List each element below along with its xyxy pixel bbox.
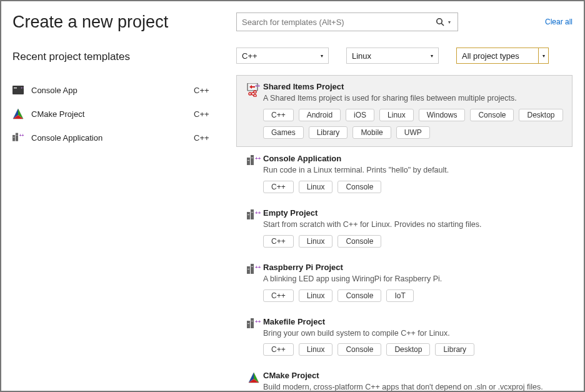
- chevron-down-icon: ▾: [431, 53, 433, 59]
- svg-rect-39: [251, 321, 253, 321]
- template-tag: Desktop: [519, 109, 562, 121]
- svg-text:++: ++: [255, 319, 261, 324]
- svg-text:++: ++: [255, 84, 260, 88]
- linuxcpp-icon: ++: [244, 317, 263, 356]
- template-description: Start from scratch with C++ for Linux. P…: [263, 219, 564, 230]
- filter-language-value: C++: [242, 51, 321, 61]
- linuxcpp-icon: ++: [244, 208, 263, 248]
- recent-template-item[interactable]: ++Console AppC++: [12, 78, 225, 102]
- template-tag: Games: [263, 126, 304, 139]
- cmake-icon: [244, 371, 263, 391]
- filter-project-type-dropdown[interactable]: All project types ▾: [456, 48, 549, 64]
- template-description: A Shared Items project is used for shari…: [263, 93, 564, 104]
- svg-rect-24: [251, 158, 253, 158]
- svg-rect-37: [251, 318, 254, 328]
- template-tags: C++LinuxConsoleIoT: [263, 289, 564, 302]
- template-tag: C++: [263, 343, 294, 356]
- template-tag: Linux: [299, 289, 333, 302]
- template-tag: Console: [470, 109, 514, 121]
- template-tag: IoT: [386, 289, 413, 302]
- recent-templates-title: Recent project templates: [12, 51, 225, 63]
- template-title: Empty Project: [263, 208, 564, 218]
- svg-rect-21: [247, 158, 250, 165]
- template-item[interactable]: ++Console ApplicationRun code in a Linux…: [236, 147, 572, 201]
- template-item[interactable]: ++Shared Items ProjectA Shared Items pro…: [236, 75, 572, 147]
- template-tags: C++LinuxConsoleDesktopLibrary: [263, 343, 564, 356]
- recent-template-name: Console Application: [31, 133, 194, 143]
- template-description: Run code in a Linux terminal. Prints "he…: [263, 165, 564, 176]
- recent-template-lang: C++: [194, 133, 225, 143]
- template-tag: Android: [299, 109, 341, 121]
- page-title: Create a new project: [12, 13, 225, 32]
- svg-text:++: ++: [255, 264, 261, 270]
- template-tag: Console: [338, 343, 381, 356]
- template-title: Console Application: [263, 154, 564, 163]
- template-title: Shared Items Project: [263, 82, 564, 91]
- template-description: Build modern, cross-platform C++ apps th…: [263, 382, 564, 391]
- template-description: Bring your own build system to compile C…: [263, 328, 564, 339]
- svg-rect-8: [16, 133, 18, 141]
- template-tag: iOS: [346, 109, 374, 121]
- template-tags: C++AndroidiOSLinuxWindowsConsoleDesktopG…: [263, 109, 564, 139]
- template-tag: Windows: [419, 109, 466, 121]
- svg-rect-10: [16, 135, 18, 136]
- filter-project-type-value: All project types: [462, 51, 534, 61]
- svg-rect-22: [251, 155, 254, 165]
- recent-template-name: CMake Project: [31, 109, 194, 119]
- template-title: Makefile Project: [263, 317, 564, 326]
- svg-rect-27: [251, 209, 254, 219]
- template-item[interactable]: ++Empty ProjectStart from scratch with C…: [236, 201, 572, 256]
- search-input[interactable]: [242, 18, 434, 27]
- template-tags: C++LinuxConsole: [263, 235, 564, 248]
- template-title: CMake Project: [263, 371, 564, 380]
- svg-rect-36: [247, 321, 250, 328]
- svg-text:++: ++: [255, 210, 261, 216]
- template-tag: UWP: [396, 126, 430, 139]
- template-tag: Linux: [379, 109, 414, 121]
- svg-point-18: [254, 94, 256, 97]
- template-tag: C++: [263, 109, 294, 121]
- recent-templates-list: ++Console AppC++CMake ProjectC++++Consol…: [12, 78, 225, 149]
- search-dropdown-caret[interactable]: ▾: [446, 19, 452, 25]
- clear-all-link[interactable]: Clear all: [545, 18, 572, 26]
- template-tag: C++: [263, 289, 294, 302]
- svg-rect-33: [248, 269, 249, 269]
- template-tag: Linux: [299, 181, 333, 193]
- linuxcpp-icon: ++: [12, 132, 24, 143]
- svg-line-19: [251, 93, 254, 94]
- svg-rect-7: [12, 135, 15, 141]
- search-templates-box[interactable]: ▾: [236, 13, 458, 31]
- recent-template-item[interactable]: ++Console ApplicationC++: [12, 126, 225, 149]
- template-tag: C++: [263, 181, 294, 193]
- svg-rect-29: [251, 212, 253, 213]
- linuxcpp-icon: ++: [244, 154, 263, 193]
- template-tag: C++: [263, 235, 294, 248]
- template-tag: Linux: [299, 343, 333, 356]
- template-tag: Library: [309, 126, 348, 139]
- svg-point-12: [437, 19, 442, 24]
- svg-rect-31: [247, 266, 250, 274]
- template-tag: Library: [435, 343, 474, 356]
- svg-rect-26: [247, 212, 250, 219]
- svg-text:++: ++: [21, 86, 24, 89]
- cmake-icon: [12, 108, 24, 119]
- search-icon[interactable]: [434, 18, 446, 26]
- svg-text:++: ++: [19, 133, 24, 138]
- filter-platform-dropdown[interactable]: Linux ▾: [346, 48, 439, 64]
- svg-rect-32: [251, 264, 254, 274]
- template-tag: Console: [338, 289, 381, 302]
- template-list: ++Shared Items ProjectA Shared Items pro…: [236, 75, 572, 391]
- recent-template-name: Console App: [31, 86, 194, 95]
- template-tag: Desktop: [386, 343, 430, 356]
- template-item[interactable]: ++Makefile ProjectBring your own build s…: [236, 310, 572, 364]
- recent-template-item[interactable]: CMake ProjectC++: [12, 102, 225, 126]
- template-tags: C++LinuxConsole: [263, 181, 564, 193]
- svg-rect-9: [13, 137, 14, 138]
- filter-language-dropdown[interactable]: C++ ▾: [236, 48, 329, 64]
- template-item[interactable]: ++Raspberry Pi ProjectA blinking LED app…: [236, 256, 572, 310]
- chevron-down-icon: ▾: [321, 53, 323, 59]
- svg-rect-23: [248, 160, 249, 161]
- template-item[interactable]: CMake ProjectBuild modern, cross-platfor…: [236, 364, 572, 391]
- svg-text:++: ++: [255, 156, 261, 161]
- filter-platform-value: Linux: [352, 51, 431, 61]
